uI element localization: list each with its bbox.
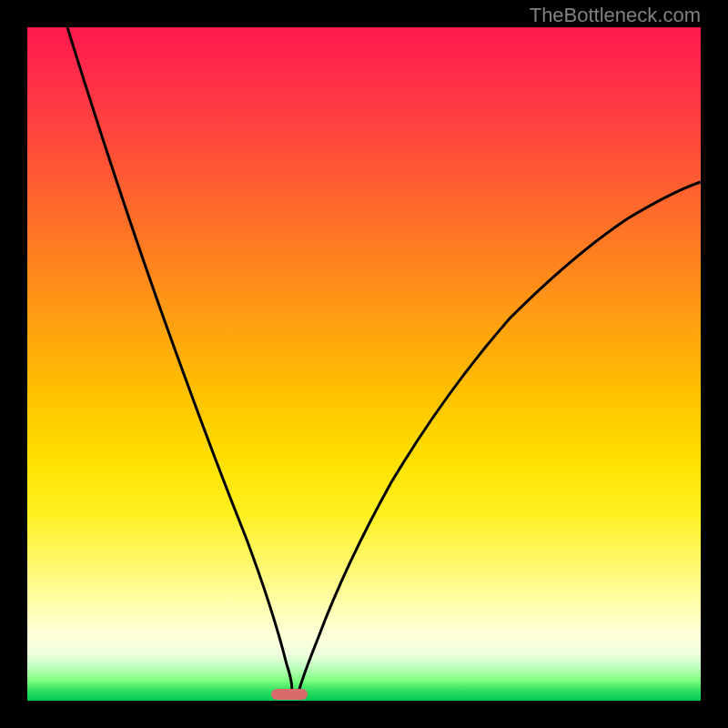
- curve-svg: [27, 27, 701, 701]
- curve-right-path: [297, 182, 701, 699]
- curve-left-path: [67, 27, 292, 699]
- chart-container: TheBottleneck.com: [0, 0, 728, 728]
- watermark-text: TheBottleneck.com: [530, 4, 701, 27]
- bottleneck-marker: [271, 689, 308, 700]
- plot-area: [27, 27, 701, 701]
